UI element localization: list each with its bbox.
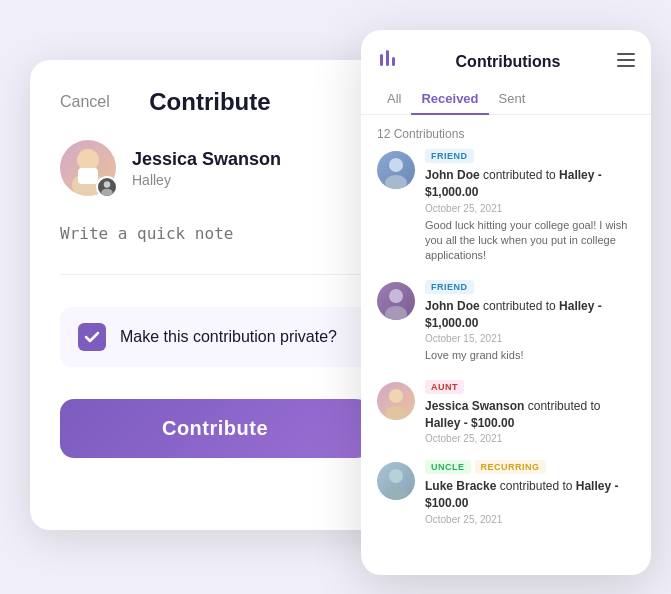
svg-point-12 [385, 175, 407, 189]
svg-point-0 [77, 149, 99, 171]
user-name: Jessica Swanson [132, 149, 281, 170]
contrib-note: Love my grand kids! [425, 348, 635, 363]
svg-point-16 [385, 406, 407, 420]
list-item: FRIEND John Doe contributed to Halley - … [377, 149, 635, 264]
contributions-count: 12 Contributions [361, 123, 651, 149]
user-sub: Halley [132, 172, 281, 188]
svg-point-17 [389, 469, 403, 483]
panel-tabs: All Received Sent [361, 85, 651, 115]
list-item: AUNT Jessica Swanson contributed to Hall… [377, 380, 635, 445]
list-item: FRIEND John Doe contributed to Halley - … [377, 280, 635, 364]
contrib-content: FRIEND John Doe contributed to Halley - … [425, 149, 635, 264]
tab-sent[interactable]: Sent [489, 85, 536, 114]
svg-rect-10 [617, 65, 635, 67]
contrib-tags: FRIEND [425, 280, 635, 294]
contrib-note: Good luck hitting your college goal! I w… [425, 218, 635, 264]
tab-all[interactable]: All [377, 85, 411, 114]
avatar [377, 462, 415, 500]
avatar [377, 151, 415, 189]
cancel-button[interactable]: Cancel [60, 93, 110, 111]
tag-friend: FRIEND [425, 149, 474, 163]
contrib-tags: FRIEND [425, 149, 635, 163]
tab-received[interactable]: Received [411, 85, 488, 114]
svg-rect-7 [392, 57, 395, 66]
svg-rect-9 [617, 59, 635, 61]
svg-point-14 [385, 306, 407, 320]
svg-rect-2 [78, 168, 98, 184]
svg-rect-8 [617, 53, 635, 55]
user-info: Jessica Swanson Halley [60, 140, 370, 196]
svg-point-15 [389, 389, 403, 403]
contrib-tags: AUNT [425, 380, 635, 394]
svg-point-11 [389, 158, 403, 172]
tag-recurring: RECURRING [475, 460, 546, 474]
tag-aunt: AUNT [425, 380, 464, 394]
app-logo-icon [377, 48, 399, 75]
contribute-button[interactable]: Contribute [60, 399, 370, 458]
tag-uncle: UNCLE [425, 460, 471, 474]
hamburger-icon[interactable] [617, 51, 635, 72]
contrib-content: AUNT Jessica Swanson contributed to Hall… [425, 380, 635, 445]
contrib-text: John Doe contributed to Halley - $1,000.… [425, 298, 635, 332]
avatar-badge [96, 176, 118, 198]
contrib-date: October 25, 2021 [425, 203, 635, 214]
svg-rect-6 [386, 50, 389, 66]
note-input[interactable] [60, 224, 370, 275]
contrib-text: Jessica Swanson contributed to Halley - … [425, 398, 635, 432]
avatar [377, 282, 415, 320]
panel-title: Contributions [456, 53, 561, 71]
contrib-content: UNCLE RECURRING Luke Bracke contributed … [425, 460, 635, 525]
contrib-text: Luke Bracke contributed to Halley - $100… [425, 478, 635, 512]
private-checkbox[interactable] [78, 323, 106, 351]
svg-point-3 [104, 181, 111, 188]
contributions-panel: Contributions All Received Sent 12 Contr… [361, 30, 651, 575]
panel-logo [377, 48, 399, 75]
tag-friend: FRIEND [425, 280, 474, 294]
contribute-modal: Cancel Contribute Jessica Swanson Hall [30, 60, 400, 530]
avatar-container [60, 140, 116, 196]
contrib-content: FRIEND John Doe contributed to Halley - … [425, 280, 635, 364]
contrib-date: October 25, 2021 [425, 433, 635, 444]
contrib-date: October 25, 2021 [425, 514, 635, 525]
svg-point-18 [385, 486, 407, 500]
svg-point-13 [389, 289, 403, 303]
list-item: UNCLE RECURRING Luke Bracke contributed … [377, 460, 635, 525]
panel-header: Contributions [361, 30, 651, 85]
modal-title: Contribute [149, 88, 270, 116]
private-label: Make this contribution private? [120, 328, 337, 346]
contrib-text: John Doe contributed to Halley - $1,000.… [425, 167, 635, 201]
avatar [377, 382, 415, 420]
contrib-date: October 15, 2021 [425, 333, 635, 344]
user-details: Jessica Swanson Halley [132, 149, 281, 188]
modal-header: Cancel Contribute [60, 88, 370, 116]
svg-point-4 [101, 189, 112, 197]
contrib-tags: UNCLE RECURRING [425, 460, 635, 474]
contributions-list: FRIEND John Doe contributed to Halley - … [361, 149, 651, 575]
private-row: Make this contribution private? [60, 307, 370, 367]
svg-rect-5 [380, 54, 383, 66]
